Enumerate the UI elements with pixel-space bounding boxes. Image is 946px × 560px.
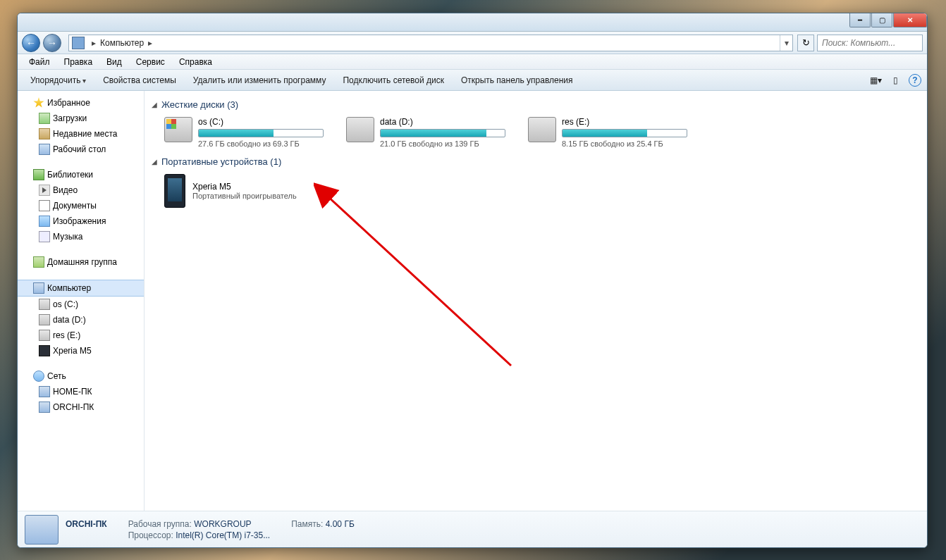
view-options-button[interactable]: ▦▾ xyxy=(868,73,883,88)
nav-drive-c[interactable]: os (C:) xyxy=(18,297,144,312)
details-cpu-label: Процессор: xyxy=(128,530,173,540)
device-xperia[interactable]: Xperia M5 Портативный проигрыватель xyxy=(163,173,346,209)
nav-label: Недавние места xyxy=(53,129,117,139)
details-workgroup: WORKGROUP xyxy=(194,519,251,529)
drive-item-e[interactable]: res (E:) 8.15 ГБ свободно из 25.4 ГБ xyxy=(527,116,689,149)
drive-free-text: 21.0 ГБ свободно из 139 ГБ xyxy=(380,139,505,148)
computer-large-icon xyxy=(25,515,59,545)
drives-row: os (C:) 27.6 ГБ свободно из 69.3 ГБ data… xyxy=(163,116,920,149)
cmd-map-network-drive[interactable]: Подключить сетевой диск xyxy=(334,73,452,88)
breadcrumb-location[interactable]: Компьютер xyxy=(100,38,144,48)
minimize-button[interactable]: ━ xyxy=(849,13,871,27)
nav-home-pc[interactable]: HOME-ПК xyxy=(18,384,144,399)
details-workgroup-label: Рабочая группа: xyxy=(128,519,192,529)
nav-computer[interactable]: Компьютер xyxy=(18,280,144,297)
nav-label: Документы xyxy=(53,201,97,211)
nav-label: Домашняя группа xyxy=(47,257,117,267)
music-icon xyxy=(39,231,50,242)
nav-label: Рабочий стол xyxy=(53,144,106,154)
breadcrumb-sep-icon[interactable]: ▸ xyxy=(144,38,156,48)
forward-button[interactable]: → xyxy=(43,34,61,52)
address-dropdown-icon[interactable]: ▾ xyxy=(780,35,792,51)
navigation-row: ← → ▸ Компьютер ▸ ▾ ↻ xyxy=(18,32,927,54)
nav-homegroup[interactable]: Домашняя группа xyxy=(18,254,144,270)
cmd-system-properties[interactable]: Свойства системы xyxy=(94,73,185,88)
nav-label: Библиотеки xyxy=(47,170,93,180)
network-icon xyxy=(33,371,44,382)
annotation-arrow-icon xyxy=(314,182,525,380)
nav-label: Загрузки xyxy=(53,113,87,123)
pictures-icon xyxy=(39,216,50,227)
drive-free-text: 8.15 ГБ свободно из 25.4 ГБ xyxy=(562,139,687,148)
device-sub: Портативный проигрыватель xyxy=(192,192,297,200)
back-button[interactable]: ← xyxy=(22,34,40,52)
address-bar[interactable]: ▸ Компьютер ▸ ▾ xyxy=(68,35,793,51)
menu-view[interactable]: Вид xyxy=(99,56,129,68)
homegroup-icon xyxy=(33,256,44,268)
help-icon: ? xyxy=(909,74,921,87)
nav-network[interactable]: Сеть xyxy=(18,368,144,384)
nav-desktop[interactable]: Рабочий стол xyxy=(18,142,144,157)
computer-icon xyxy=(72,37,85,49)
group-title: Портативные устройства xyxy=(161,156,268,167)
close-button[interactable]: ✕ xyxy=(893,13,927,27)
cmd-organize[interactable]: Упорядочить xyxy=(22,73,94,88)
collapse-icon: ◢ xyxy=(152,101,157,108)
nav-label: Видео xyxy=(53,185,78,195)
nav-label: Компьютер xyxy=(47,283,91,293)
nav-videos[interactable]: Видео xyxy=(18,182,144,198)
nav-pictures[interactable]: Изображения xyxy=(18,213,144,229)
titlebar: ━ ▢ ✕ xyxy=(18,13,927,32)
cmd-open-control-panel[interactable]: Открыть панель управления xyxy=(453,73,582,88)
drive-icon xyxy=(39,314,50,325)
nav-recent[interactable]: Недавние места xyxy=(18,126,144,142)
preview-pane-button[interactable]: ▯ xyxy=(887,73,903,88)
nav-downloads[interactable]: Загрузки xyxy=(18,111,144,126)
drive-item-c[interactable]: os (C:) 27.6 ГБ свободно из 69.3 ГБ xyxy=(163,116,325,149)
menu-tools[interactable]: Сервис xyxy=(129,56,172,68)
drive-usage-bar xyxy=(199,130,274,137)
phone-icon xyxy=(164,174,185,208)
details-memory-label: Память: xyxy=(291,519,323,529)
help-button[interactable]: ? xyxy=(907,73,923,88)
maximize-button[interactable]: ▢ xyxy=(871,13,892,27)
computer-icon xyxy=(33,282,44,294)
details-pane: ORCHI-ПК Рабочая группа: WORKGROUP Памят… xyxy=(18,511,927,547)
nav-favorites[interactable]: Избранное xyxy=(18,95,144,111)
nav-label: ORCHI-ПК xyxy=(53,402,94,412)
details-name: ORCHI-ПК xyxy=(66,519,107,529)
group-header-hdd[interactable]: ◢ Жесткие диски (3) xyxy=(152,99,920,110)
recent-icon xyxy=(39,128,50,139)
details-memory: 4.00 ГБ xyxy=(326,519,355,529)
content-pane: ◢ Жесткие диски (3) os (C:) 27.6 ГБ своб… xyxy=(145,91,927,511)
star-icon xyxy=(33,97,44,108)
group-title: Жесткие диски xyxy=(161,99,225,110)
collapse-icon: ◢ xyxy=(152,158,157,166)
nav-music[interactable]: Музыка xyxy=(18,229,144,244)
drive-icon xyxy=(164,117,192,142)
drive-icon xyxy=(528,117,556,142)
drive-icon xyxy=(39,330,50,341)
explorer-window: ━ ▢ ✕ ← → ▸ Компьютер ▸ ▾ ↻ Файл Правка … xyxy=(17,13,928,548)
nav-documents[interactable]: Документы xyxy=(18,198,144,213)
nav-xperia[interactable]: Xperia M5 xyxy=(18,343,144,359)
nav-drive-e[interactable]: res (E:) xyxy=(18,328,144,343)
nav-label: Избранное xyxy=(47,98,90,108)
menu-file[interactable]: Файл xyxy=(22,56,57,68)
nav-label: Музыка xyxy=(53,232,82,242)
menu-help[interactable]: Справка xyxy=(172,56,219,68)
drive-item-d[interactable]: data (D:) 21.0 ГБ свободно из 139 ГБ xyxy=(345,116,507,149)
video-icon xyxy=(39,185,50,196)
nav-drive-d[interactable]: data (D:) xyxy=(18,312,144,328)
nav-libraries[interactable]: Библиотеки xyxy=(18,167,144,182)
refresh-button[interactable]: ↻ xyxy=(797,35,814,51)
breadcrumb-sep-icon: ▸ xyxy=(87,38,100,48)
group-header-portable[interactable]: ◢ Портативные устройства (1) xyxy=(152,156,920,167)
nav-orchi-pc[interactable]: ORCHI-ПК xyxy=(18,399,144,415)
menu-edit[interactable]: Правка xyxy=(57,56,100,68)
desktop-icon xyxy=(39,144,50,155)
drive-name: res (E:) xyxy=(562,117,687,127)
search-input[interactable] xyxy=(817,35,923,51)
cmd-uninstall-program[interactable]: Удалить или изменить программу xyxy=(185,73,335,88)
document-icon xyxy=(39,200,50,211)
